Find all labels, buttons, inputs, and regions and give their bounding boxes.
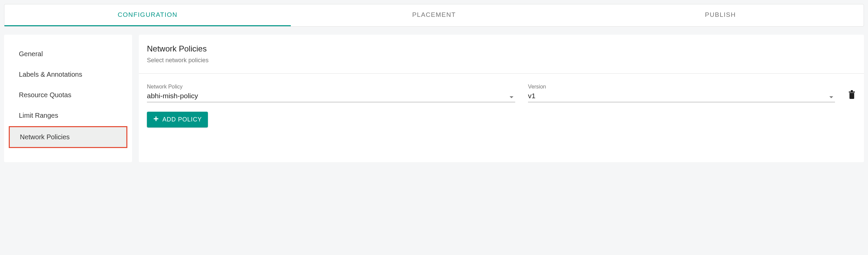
chevron-down-icon	[509, 94, 514, 100]
top-tabs: CONFIGURATION PLACEMENT PUBLISH	[4, 4, 864, 27]
sidebar-item-general[interactable]: General	[9, 44, 127, 64]
divider	[139, 73, 864, 74]
sidebar-item-label: Resource Quotas	[19, 91, 71, 99]
field-label: Version	[528, 84, 835, 90]
sidebar-item-label: Labels & Annotations	[19, 71, 82, 78]
select-value: abhi-mish-policy	[147, 92, 198, 100]
sidebar-item-network-policies[interactable]: Network Policies	[9, 126, 127, 148]
add-policy-button[interactable]: ADD POLICY	[147, 112, 208, 128]
sidebar-item-resource-quotas[interactable]: Resource Quotas	[9, 85, 127, 105]
field-label: Network Policy	[147, 84, 515, 90]
main-panel: Network Policies Select network policies…	[139, 35, 864, 162]
tab-configuration[interactable]: CONFIGURATION	[4, 4, 291, 26]
sidebar-item-label: Limit Ranges	[19, 112, 58, 119]
panel-subtitle: Select network policies	[147, 57, 856, 64]
tab-publish[interactable]: PUBLISH	[577, 4, 864, 26]
version-field: Version v1	[528, 84, 835, 102]
sidebar-item-label: General	[19, 50, 43, 58]
version-select[interactable]: v1	[528, 92, 835, 102]
plus-icon	[153, 116, 159, 123]
sidebar-item-labels-annotations[interactable]: Labels & Annotations	[9, 65, 127, 84]
content-area: General Labels & Annotations Resource Qu…	[0, 31, 868, 166]
chevron-down-icon	[829, 94, 834, 100]
network-policy-field: Network Policy abhi-mish-policy	[147, 84, 515, 102]
network-policy-select[interactable]: abhi-mish-policy	[147, 92, 515, 102]
select-value: v1	[528, 92, 535, 100]
policy-row: Network Policy abhi-mish-policy Version …	[147, 84, 856, 102]
sidebar-item-limit-ranges[interactable]: Limit Ranges	[9, 106, 127, 125]
delete-policy-button[interactable]	[848, 89, 856, 102]
trash-icon	[848, 94, 856, 100]
tab-placement[interactable]: PLACEMENT	[291, 4, 577, 26]
panel-title: Network Policies	[147, 44, 856, 53]
button-label: ADD POLICY	[162, 116, 202, 123]
sidebar: General Labels & Annotations Resource Qu…	[4, 35, 132, 162]
sidebar-item-label: Network Policies	[20, 133, 70, 141]
